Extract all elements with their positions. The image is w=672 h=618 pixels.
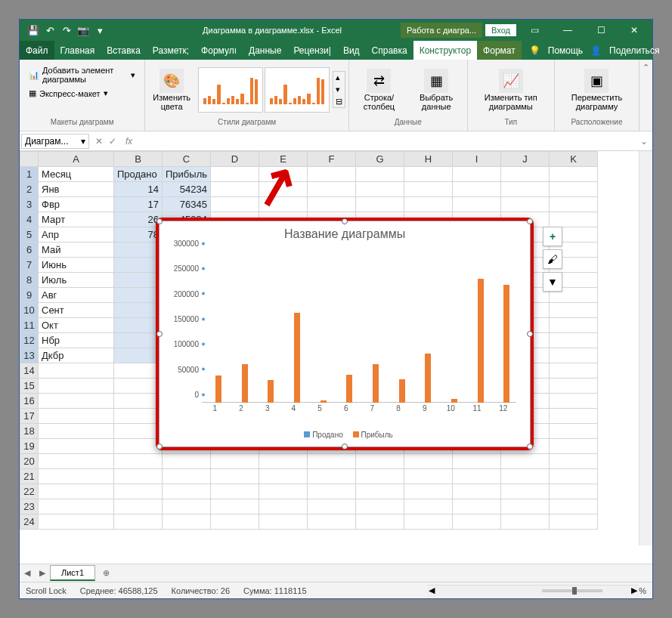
switch-row-column-button[interactable]: ⇄Строка/ столбец [352, 67, 406, 113]
chart-styles-button[interactable]: 🖌 [543, 249, 562, 269]
namebox-dropdown-icon[interactable]: ▾ [81, 136, 85, 147]
chart-elements-button[interactable]: + [543, 227, 562, 246]
chart-object[interactable]: Название диаграммы 050000100000150000200… [156, 218, 534, 450]
titlebar: 💾 ↶ ↷ 📷 ▾ Диаграмма в диаграмме.xlsx - E… [20, 20, 652, 41]
chart-styles-gallery[interactable] [198, 67, 330, 113]
style-thumb-2[interactable] [265, 67, 330, 113]
camera-icon[interactable]: 📷 [77, 24, 89, 36]
sheet-tab-bar: ◀ ▶ Лист1 ⊕ ◀ ▶ [20, 564, 652, 582]
group-label-layouts: Макеты диаграмм [51, 116, 114, 128]
style-thumb-1[interactable] [198, 67, 263, 113]
hscroll-right-icon[interactable]: ▶ [631, 586, 637, 595]
tab-review[interactable]: Рецензи| [287, 41, 337, 60]
add-sheet-button[interactable]: ⊕ [95, 568, 117, 578]
gallery-down-icon[interactable]: ▾ [333, 84, 345, 95]
legend-swatch-1 [304, 431, 310, 437]
sheet-tab-1[interactable]: Лист1 [50, 565, 95, 581]
close-icon[interactable]: ✕ [619, 20, 649, 41]
tab-formulas[interactable]: Формулı [195, 41, 243, 60]
quick-layout-button[interactable]: ▦Экспресс-макет ▾ [24, 87, 113, 100]
tell-me-label[interactable]: Помощь [548, 45, 583, 56]
vertical-scrollbar[interactable] [639, 151, 652, 545]
tab-format[interactable]: Формат [477, 41, 522, 60]
quick-access-toolbar: 💾 ↶ ↷ 📷 ▾ [20, 24, 113, 36]
group-label-styles: Стили диаграмм [218, 116, 276, 128]
zoom-slider[interactable] [542, 589, 602, 592]
tab-help[interactable]: Справка [366, 41, 413, 60]
confirm-formula-icon[interactable]: ✓ [109, 136, 116, 147]
chart-title[interactable]: Название диаграммы [159, 221, 530, 247]
tab-data[interactable]: Данные [243, 41, 287, 60]
palette-icon: 🎨 [159, 69, 184, 93]
add-chart-element-button[interactable]: 📊Добавить элемент диаграммы ▾ [24, 64, 140, 85]
add-element-icon: 📊 [29, 70, 39, 80]
ribbon: 📊Добавить элемент диаграммы ▾ ▦Экспресс-… [20, 60, 652, 131]
share-label[interactable]: Поделиться [609, 45, 659, 56]
fx-label[interactable]: fx [121, 136, 137, 147]
status-count: Количество: 26 [172, 586, 230, 595]
tell-me-icon[interactable]: 💡 [529, 45, 540, 56]
horizontal-scrollbar[interactable]: ◀ ▶ [427, 585, 639, 598]
cancel-formula-icon[interactable]: ✕ [95, 136, 103, 147]
group-label-type: Тип [504, 116, 517, 128]
chart-filters-button[interactable]: ▼ [543, 272, 562, 292]
tab-layout[interactable]: Разметк; [147, 41, 195, 60]
move-chart-icon: ▣ [584, 69, 609, 93]
chart-side-buttons: + 🖌 ▼ [543, 227, 562, 292]
status-sum: Сумма: 1118115 [243, 586, 307, 595]
legend-swatch-2 [353, 431, 359, 437]
formula-bar: Диаграм...▾ ✕ ✓ fx ⌄ [20, 131, 652, 151]
name-box[interactable]: Диаграм...▾ [21, 134, 89, 149]
undo-icon[interactable]: ↶ [44, 24, 56, 36]
group-label-data: Данные [395, 116, 422, 128]
context-tab-label: Работа с диагра... [401, 23, 482, 38]
collapse-ribbon-icon[interactable]: ⌃ [643, 63, 649, 73]
qat-dropdown-icon[interactable]: ▾ [94, 24, 106, 36]
chart-type-icon: 📈 [499, 69, 523, 93]
tab-design[interactable]: Конструктор [413, 41, 477, 60]
login-button[interactable]: Вход [485, 24, 516, 36]
scroll-lock-indicator: Scroll Lock [26, 586, 67, 595]
chart-x-axis: 123456789101112 [202, 404, 516, 415]
tab-insert[interactable]: Вставка [101, 41, 147, 60]
tab-view[interactable]: Вид [337, 41, 366, 60]
ribbon-options-icon[interactable]: ▭ [519, 20, 550, 41]
gallery-up-icon[interactable]: ▴ [333, 72, 345, 83]
select-data-button[interactable]: ▦Выбрать данные [409, 67, 464, 113]
tab-home[interactable]: Главная [54, 41, 101, 60]
sheet-nav-next-icon[interactable]: ▶ [35, 568, 50, 578]
worksheet-area[interactable]: ABCDEFGHIJK1МесяцПроданоПрибыль2Янв14542… [20, 151, 652, 564]
quick-layout-icon: ▦ [29, 88, 36, 98]
switch-icon: ⇄ [367, 69, 391, 93]
expand-formula-icon[interactable]: ⌄ [636, 136, 652, 147]
change-colors-button[interactable]: 🎨 Изменить цвета [148, 67, 195, 113]
group-label-location: Расположение [571, 116, 623, 128]
minimize-icon[interactable]: — [553, 20, 583, 41]
maximize-icon[interactable]: ☐ [586, 20, 616, 41]
sheet-nav-prev-icon[interactable]: ◀ [20, 568, 35, 578]
select-data-icon: ▦ [424, 69, 448, 93]
redo-icon[interactable]: ↷ [60, 24, 73, 36]
chart-legend[interactable]: Продано Прибыль [159, 431, 530, 439]
tab-file[interactable]: Файл [20, 41, 54, 60]
hscroll-left-icon[interactable]: ◀ [429, 586, 435, 595]
share-icon[interactable]: 👤 [590, 45, 602, 56]
ribbon-tabs: Файл Главная Вставка Разметк; Формулı Да… [20, 41, 652, 60]
save-icon[interactable]: 💾 [27, 24, 39, 36]
app-window: 💾 ↶ ↷ 📷 ▾ Диаграмма в диаграмме.xlsx - E… [19, 19, 653, 599]
change-chart-type-button[interactable]: 📈Изменить тип диаграммы [471, 67, 552, 113]
chart-plot-area[interactable]: 050000100000150000200000250000300000 [202, 252, 516, 403]
status-average: Среднее: 46588,125 [80, 586, 158, 595]
gallery-more-icon[interactable]: ⊟ [333, 96, 345, 107]
move-chart-button[interactable]: ▣Переместить диаграмму [558, 67, 636, 113]
document-title: Диаграмма в диаграмме.xlsx - Excel [113, 26, 401, 35]
